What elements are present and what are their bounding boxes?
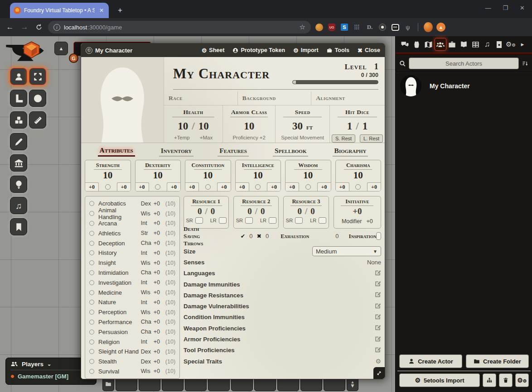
- cookie-icon[interactable]: [314, 23, 324, 32]
- save-proficiency-radio[interactable]: [155, 184, 160, 190]
- skill-name[interactable]: Survival: [98, 368, 141, 375]
- edit-icon[interactable]: [375, 302, 381, 311]
- page-down-icon[interactable]: ▼: [350, 384, 355, 387]
- dice-tool[interactable]: [10, 111, 27, 129]
- skill-proficiency-radio[interactable]: [89, 339, 94, 344]
- short-rest-button[interactable]: S. Rest: [332, 134, 355, 143]
- speed-value[interactable]: 30: [292, 120, 303, 132]
- skill-name[interactable]: Arcana: [98, 220, 141, 227]
- edit-icon[interactable]: [375, 291, 381, 299]
- edit-icon[interactable]: [375, 324, 381, 332]
- save-proficiency-radio[interactable]: [305, 184, 311, 190]
- skill-row[interactable]: Arcana Int +0 (10): [89, 219, 175, 229]
- edit-icon[interactable]: [375, 346, 381, 354]
- skill-name[interactable]: Insight: [98, 259, 141, 266]
- window-titlebar[interactable]: © My Character ⚙ Sheet Prototype Token ⚙…: [81, 43, 385, 57]
- skill-name[interactable]: Sleight of Hand: [98, 348, 141, 355]
- playlists-tab[interactable]: ♫: [481, 38, 493, 51]
- player-row[interactable]: Gamemaster [GM]: [10, 373, 92, 380]
- folder-tree-button[interactable]: [483, 373, 496, 387]
- ability-card[interactable]: Constitution 10 +0 +0: [185, 160, 231, 191]
- initiative-modifier[interactable]: +0: [366, 218, 372, 225]
- edit-icon[interactable]: [375, 280, 381, 288]
- hd-max[interactable]: 1: [363, 120, 368, 132]
- skill-name[interactable]: Animal Handling: [98, 207, 141, 220]
- skill-proficiency-radio[interactable]: [89, 250, 94, 255]
- close-window-button[interactable]: ✖ Close: [358, 47, 380, 53]
- sheet-config-button[interactable]: ⚙ Sheet: [202, 47, 225, 53]
- resource-max[interactable]: 0: [211, 206, 215, 216]
- tools-button[interactable]: Tools: [327, 47, 349, 53]
- bullseye-tool[interactable]: [29, 90, 46, 107]
- ability-modifier[interactable]: +0: [236, 182, 249, 191]
- long-rest-button[interactable]: L. Rest: [360, 134, 383, 143]
- death-success-count[interactable]: 0: [249, 233, 252, 239]
- save-proficiency-radio[interactable]: [105, 184, 111, 190]
- sheet-tab[interactable]: Biography: [333, 147, 368, 157]
- reload-icon[interactable]: [34, 22, 44, 33]
- skill-row[interactable]: Investigation Int +0 (10): [89, 277, 175, 287]
- sheet-tab[interactable]: Features: [218, 147, 249, 157]
- bookmark-star-icon[interactable]: ☆: [300, 23, 305, 31]
- background-field[interactable]: Background: [237, 91, 311, 105]
- stylus-icon[interactable]: S: [340, 23, 349, 32]
- skill-row[interactable]: Athletics Str +0 (10): [89, 228, 175, 238]
- resource-max[interactable]: 0: [310, 206, 315, 216]
- actor-avatar[interactable]: [400, 75, 421, 96]
- resource-value[interactable]: 0: [198, 206, 202, 216]
- skill-proficiency-radio[interactable]: [89, 241, 94, 246]
- journal-tab[interactable]: [458, 38, 470, 51]
- ac-value[interactable]: 10: [244, 120, 254, 132]
- skill-row[interactable]: Sleight of Hand Dex +0 (10): [89, 347, 175, 357]
- skill-name[interactable]: Perception: [98, 309, 141, 316]
- skill-row[interactable]: Persuasion Cha +0 (10): [89, 327, 175, 337]
- skill-proficiency-radio[interactable]: [89, 310, 94, 315]
- skill-row[interactable]: Survival Wis +0 (10): [89, 367, 175, 377]
- hp-temp-label[interactable]: +Temp: [174, 135, 190, 140]
- skill-name[interactable]: Religion: [98, 339, 141, 345]
- window-resize-handle[interactable]: [373, 367, 385, 379]
- skill-name[interactable]: Medicine: [98, 289, 141, 296]
- ability-card[interactable]: Dexterity 10 +0 +0: [135, 160, 181, 191]
- skill-proficiency-radio[interactable]: [89, 290, 94, 295]
- resource-card[interactable]: Resource 3 0 / 0 SR LR: [283, 196, 329, 229]
- skill-name[interactable]: Performance: [98, 319, 141, 325]
- create-actor-button[interactable]: Create Actor: [399, 354, 462, 368]
- ability-card[interactable]: Wisdom 10 +0 +0: [285, 160, 331, 191]
- ability-modifier[interactable]: +0: [336, 182, 349, 191]
- skill-name[interactable]: Nature: [98, 299, 141, 306]
- hp-tempmax-label[interactable]: +Max: [200, 135, 213, 140]
- sr-checkbox[interactable]: [295, 217, 303, 224]
- actor-name[interactable]: My Character: [430, 82, 470, 90]
- skill-row[interactable]: Stealth Dex +0 (10): [89, 357, 175, 367]
- initiative-card[interactable]: Initiative +0 Modifier +0: [334, 196, 381, 229]
- resource-card[interactable]: Resource 1 0 / 0 SR LR: [184, 196, 229, 229]
- ability-save[interactable]: +0: [367, 182, 381, 191]
- ability-card[interactable]: Charisma 10 +0 +0: [335, 160, 382, 191]
- ability-score[interactable]: 10: [203, 170, 213, 181]
- skill-proficiency-radio[interactable]: [89, 359, 94, 364]
- skill-proficiency-radio[interactable]: [89, 330, 94, 335]
- chat-tab[interactable]: [399, 38, 411, 51]
- skill-row[interactable]: Perception Wis +0 (10): [89, 307, 175, 317]
- ability-score[interactable]: 10: [253, 170, 263, 181]
- skill-name[interactable]: Intimidation: [98, 269, 141, 276]
- search-input[interactable]: [409, 57, 519, 69]
- skill-row[interactable]: Performance Cha +0 (10): [89, 317, 175, 327]
- save-proficiency-radio[interactable]: [355, 184, 361, 190]
- edit-icon[interactable]: [375, 269, 381, 277]
- browser-tab[interactable]: Foundry Virtual Tabletop • A Stan ✕: [10, 3, 109, 18]
- skill-proficiency-radio[interactable]: [89, 201, 94, 206]
- combat-tab[interactable]: [411, 38, 423, 51]
- lr-checkbox[interactable]: [219, 217, 227, 224]
- actor-list-item[interactable]: My Character: [396, 72, 532, 99]
- create-folder-button[interactable]: Create Folder: [466, 354, 529, 368]
- skill-proficiency-radio[interactable]: [89, 349, 94, 354]
- character-name-field[interactable]: My Character: [173, 66, 292, 82]
- ability-modifier[interactable]: +0: [285, 182, 299, 191]
- configure-button[interactable]: ⚙⚙: [515, 373, 529, 387]
- ability-save[interactable]: +0: [317, 182, 331, 191]
- edit-icon[interactable]: [375, 313, 381, 321]
- update-icon[interactable]: ▲: [436, 23, 445, 32]
- sheet-tab[interactable]: Attributes: [98, 146, 135, 157]
